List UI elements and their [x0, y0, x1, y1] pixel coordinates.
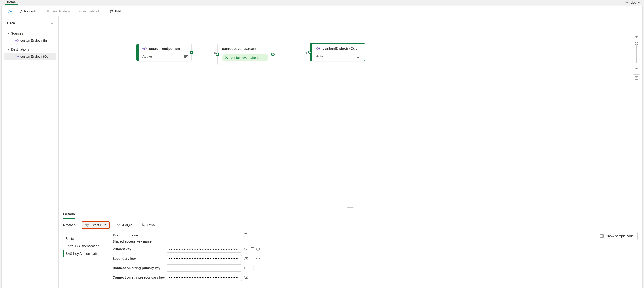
reveal-button[interactable]	[244, 267, 248, 269]
deactivate-label: Deactivate all	[52, 10, 71, 13]
stream-icon	[225, 56, 229, 59]
label-sak-name: Shared access key name	[112, 239, 167, 243]
reveal-button[interactable]	[244, 248, 248, 250]
protocol-kafka-label: Kafka	[146, 223, 155, 227]
input-port[interactable]	[216, 53, 219, 56]
copy-button[interactable]	[251, 257, 254, 260]
tab-details[interactable]: Details	[63, 210, 75, 219]
live-label: Live	[630, 1, 636, 4]
output-port[interactable]	[271, 53, 274, 56]
protocol-amqp[interactable]: AMQP	[114, 222, 135, 228]
protocol-kafka[interactable]: Kafka	[139, 222, 158, 228]
svg-point-4	[15, 56, 17, 57]
protocol-eventhub[interactable]: Event Hub	[82, 221, 109, 229]
label-conn-primary: Connection string-primary key	[112, 266, 167, 270]
menu-icon[interactable]	[184, 55, 188, 58]
node-accent	[136, 44, 139, 61]
slider-thumb[interactable]	[635, 42, 638, 45]
conn-primary-input[interactable]	[167, 264, 242, 271]
kafka-icon	[142, 223, 144, 227]
node-customendpointin[interactable]: customEndpointIn Active	[136, 44, 192, 61]
node-title: contosoeventstream	[222, 47, 256, 51]
nav-entra[interactable]: Entra ID Authentication	[63, 242, 108, 250]
eventhub-icon	[85, 223, 89, 227]
flow-connector	[275, 53, 308, 53]
regenerate-button[interactable]	[256, 247, 260, 251]
regenerate-button[interactable]	[256, 257, 260, 260]
sidebar-title: Data	[7, 21, 15, 26]
output-port[interactable]	[190, 51, 193, 54]
separator	[126, 8, 126, 15]
copy-icon	[244, 233, 248, 237]
refresh-icon	[256, 247, 260, 251]
settings-button[interactable]	[5, 8, 15, 15]
label-secondary-key: Secondary key	[112, 257, 167, 260]
eye-icon	[244, 257, 248, 260]
node-customendpointout[interactable]: customEndpointOut Active	[310, 43, 365, 61]
menu-icon[interactable]	[357, 55, 361, 58]
svg-rect-2	[48, 10, 49, 13]
zoom-out-button[interactable]: −	[633, 65, 640, 72]
sidebar-item-customendpointout[interactable]: customEndpointOut	[4, 53, 56, 60]
protocol-label: Protocol:	[63, 223, 78, 227]
live-toggle[interactable]: Live	[624, 0, 641, 5]
copy-button[interactable]	[251, 266, 254, 270]
secondary-key-input[interactable]	[167, 255, 242, 262]
play-icon	[78, 10, 81, 13]
pause-icon	[46, 10, 50, 13]
protocol-eventhub-label: Event Hub	[91, 223, 106, 227]
flow-canvas[interactable]: customEndpointIn Active contosoeventstre…	[58, 17, 642, 206]
copy-button[interactable]	[244, 239, 248, 243]
tab-home[interactable]: Home	[5, 0, 18, 5]
pane-splitter[interactable]	[58, 206, 642, 208]
edit-label: Edit	[115, 10, 121, 13]
svg-rect-10	[88, 223, 89, 224]
fit-icon	[634, 76, 638, 80]
chevron-down-icon	[7, 48, 10, 51]
copy-icon	[251, 266, 254, 270]
eye-icon	[625, 1, 629, 4]
gear-icon	[8, 9, 12, 14]
endpoint-out-icon	[15, 55, 18, 58]
sources-group[interactable]: Sources	[2, 30, 58, 37]
reveal-button[interactable]	[244, 257, 248, 260]
svg-point-6	[316, 47, 319, 50]
zoom-slider[interactable]	[636, 42, 637, 63]
node-status: Active	[142, 54, 152, 58]
fit-to-screen-button[interactable]	[633, 74, 640, 81]
sidebar-item-customendpointin[interactable]: customEndpointIn	[2, 37, 58, 44]
svg-point-14	[142, 223, 143, 224]
destinations-group[interactable]: Destinations	[2, 46, 58, 53]
chevron-down-icon	[7, 32, 10, 35]
eye-icon	[244, 267, 248, 269]
svg-point-15	[142, 226, 143, 227]
edit-button[interactable]: Edit	[107, 8, 124, 15]
copy-icon	[251, 247, 254, 251]
collapse-sidebar-icon[interactable]	[50, 22, 54, 25]
activate-all-button[interactable]: Activate all	[75, 8, 102, 15]
deactivate-all-button[interactable]: Deactivate all	[44, 8, 74, 15]
show-sample-code-button[interactable]: Show sample code	[596, 232, 638, 240]
node-contosoeventstream[interactable]: contosoeventstream contosoeventstrea...	[218, 44, 273, 65]
input-port[interactable]	[308, 51, 312, 54]
endpoint-out-icon	[316, 47, 320, 50]
amqp-icon	[116, 224, 120, 227]
activate-label: Activate all	[83, 10, 99, 13]
collapse-details-icon[interactable]	[634, 210, 638, 214]
primary-key-input[interactable]	[167, 246, 242, 253]
refresh-button[interactable]: Refresh	[16, 8, 38, 15]
nav-basic[interactable]: Basic	[63, 235, 108, 242]
conn-secondary-input[interactable]	[167, 274, 242, 281]
svg-point-12	[117, 224, 118, 226]
reveal-button[interactable]	[244, 276, 248, 278]
copy-button[interactable]	[251, 247, 254, 251]
nav-sas[interactable]: SAS Key Authentication	[63, 250, 108, 257]
copy-icon	[244, 239, 248, 243]
node-title: customEndpointOut	[323, 46, 356, 50]
separator	[104, 8, 104, 15]
code-icon	[600, 234, 604, 238]
dest-item-label: customEndpointOut	[20, 55, 49, 58]
copy-button[interactable]	[251, 275, 254, 279]
zoom-in-button[interactable]: ＋	[633, 33, 640, 40]
copy-button[interactable]	[244, 233, 248, 237]
